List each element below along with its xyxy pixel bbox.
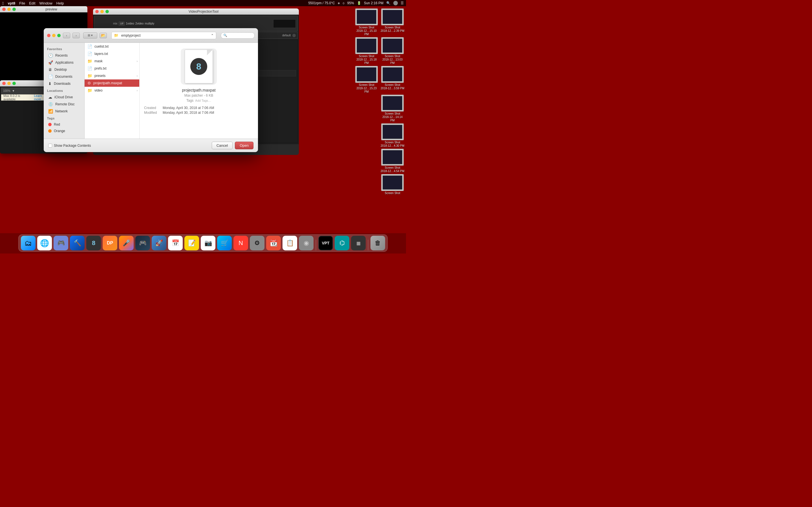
add-tags-link[interactable]: Add Tags… [195, 99, 211, 102]
dock-photos[interactable]: 📷 [201, 236, 215, 250]
sidebar-item-tag-red[interactable]: Red [45, 121, 83, 128]
file-item-mask[interactable]: 📁 mask › [85, 57, 139, 65]
location-text: emptyproject [121, 34, 141, 38]
dock-chrome[interactable]: 🌐 [37, 236, 52, 250]
desktop-icon-screenshot-1[interactable]: Screen Shot2018-12…15.10 PM [354, 8, 379, 36]
dock-steam[interactable]: 🎮 [135, 236, 150, 250]
dock-editor[interactable]: 📋 [283, 236, 297, 250]
sidebar-item-icloud[interactable]: ☁ iCloud Drive [45, 94, 83, 101]
sidebar-item-tag-orange[interactable]: Orange [45, 128, 83, 134]
dock-rocket[interactable]: 🚀 [152, 236, 166, 250]
tags-header: Tags [44, 115, 84, 121]
location-dropdown-icon[interactable]: ⌃ [211, 34, 214, 38]
dock-discord[interactable]: 🎮 [54, 236, 68, 250]
menu-edit[interactable]: Edit [29, 1, 35, 5]
desktop-icon-row-3: Screen Shot2018-12…14.14 PM [351, 95, 405, 122]
text-file-icon: 📄 [87, 44, 92, 49]
dock-compressor[interactable]: ◉ [299, 236, 313, 250]
sidebar-item-applications[interactable]: 🚀 Applications [45, 59, 83, 66]
open-button[interactable]: Open [235, 142, 253, 149]
apple-logo-icon[interactable]:  [2, 1, 4, 6]
user-avatar[interactable] [393, 1, 398, 5]
dock-calendar[interactable]: 📅 [168, 236, 183, 250]
modified-row: Modified Monday, April 30, 2018 at 7:06 … [144, 111, 253, 115]
sidebar-item-recents[interactable]: 🕐 Recents [45, 52, 83, 59]
maximize-btn-dialog[interactable] [57, 34, 61, 37]
search-icon[interactable]: 🔍 [386, 1, 391, 5]
file-item-video[interactable]: 📁 video › [85, 87, 139, 94]
minimize-btn-preview[interactable] [7, 8, 11, 11]
desktop-icon-screenshot-8[interactable]: Screen Shot2018-12…4.30 PM [380, 123, 405, 148]
minimize-btn-dialog[interactable] [52, 34, 56, 37]
dock-vpt[interactable]: VPT [318, 236, 333, 250]
maximize-button-vpt[interactable] [105, 10, 109, 13]
xcode-icon: 🔨 [73, 239, 81, 247]
maximize-btn-preview[interactable] [12, 8, 16, 11]
discord-icon: 🎮 [57, 239, 65, 247]
file-item-cuelist[interactable]: 📄 cuelist.txt [85, 43, 139, 50]
search-bar[interactable]: 🔍 [221, 33, 255, 39]
menu-app-name[interactable]: vpt8 [8, 1, 15, 5]
control-center-icon[interactable]: ☰ [401, 1, 404, 5]
minimize-button-vpt[interactable] [100, 10, 104, 13]
sidebar-item-downloads[interactable]: ⬇ Downloads [45, 80, 83, 87]
file-item-layers[interactable]: 📄 layers.txt [85, 50, 139, 57]
sidebar-item-desktop[interactable]: 🖥 Desktop [45, 66, 83, 73]
nav-forward-btn[interactable]: › [72, 33, 80, 38]
desktop-icon-screenshot-7[interactable]: Screen Shot2018-12…14.14 PM [380, 95, 405, 122]
desktop-icon-screenshot-9[interactable]: Screen Shot2018-12…4.54 PM [380, 149, 405, 173]
folder-icon-btn[interactable]: 📂 [100, 33, 107, 38]
created-value: Monday, April 30, 2018 at 7:06 AM [163, 106, 214, 110]
close-btn-vpt-small[interactable] [2, 82, 6, 85]
desktop-icon-screenshot-5[interactable]: Screen Shot2018-12…15.23 PM [354, 66, 379, 94]
maximize-btn-vpt-small[interactable] [12, 82, 16, 85]
red-tag-dot [48, 123, 52, 126]
finder-icon: 🗂 [24, 239, 32, 247]
network-label: Network [55, 109, 68, 113]
sidebar-item-remote-disc[interactable]: 💿 Remote Disc [45, 101, 83, 108]
dock-dp[interactable]: DP [103, 236, 117, 250]
dock-control[interactable]: ▦ [351, 236, 366, 250]
dock-stickies[interactable]: 📝 [185, 236, 199, 250]
downloads-label: Downloads [54, 82, 70, 86]
close-btn-preview[interactable] [2, 8, 6, 11]
dock-siri[interactable]: 🎤 [119, 236, 134, 250]
desktop-icon-row-4: Screen Shot2018-12…4.30 PM [351, 123, 405, 148]
text-file-icon-2: 📄 [87, 52, 92, 56]
desktop-icons-area: Screen Shot2018-12…15.10 PM Screen Shot2… [350, 7, 406, 196]
desktop-icon-screenshot-2[interactable]: Screen Shot2018-12…2.39 PM [380, 8, 405, 36]
view-toggle-btn[interactable]: ⊞ ▾ [83, 33, 97, 39]
sidebar-item-network[interactable]: 📶 Network [45, 108, 83, 115]
file-name-mask: mask [94, 59, 103, 63]
dock-finder[interactable]: 🗂 [21, 236, 36, 250]
nav-back-btn[interactable]: ‹ [63, 33, 70, 38]
file-item-prefs[interactable]: 📄 prefs.txt [85, 65, 139, 72]
dock-trash[interactable]: 🗑 [370, 236, 385, 250]
preview-info: Created Monday, April 30, 2018 at 7:06 A… [144, 106, 253, 115]
desktop-icon-screenshot-4[interactable]: Screen Shot2018-12…13.03 PM [380, 37, 405, 65]
dock-appstore[interactable]: 🛒 [217, 236, 232, 250]
dock-arduino[interactable]: ⌬ [335, 236, 349, 250]
desktop-icon-screenshot-6[interactable]: Screen Shot2018-12…3.59 PM [380, 66, 405, 94]
desktop-icon-screenshot-3[interactable]: Screen Shot2018-12…15.18 PM [354, 37, 379, 65]
menu-window[interactable]: Window [40, 1, 52, 5]
package-contents-checkbox[interactable] [48, 144, 52, 148]
dock-fantastical[interactable]: 📆 [266, 236, 281, 250]
close-button-vpt[interactable] [95, 10, 99, 13]
dock-max[interactable]: 8 [86, 236, 101, 250]
cancel-button[interactable]: Cancel [212, 142, 233, 149]
desktop-icon-screenshot-10[interactable]: Screen Shot [380, 174, 405, 195]
dock-news[interactable]: N [234, 236, 248, 250]
menu-file[interactable]: File [19, 1, 25, 5]
close-btn-dialog[interactable] [47, 34, 50, 37]
file-item-projectpath[interactable]: ⚙ projectpath.maxpat [85, 79, 139, 87]
dock-xcode[interactable]: 🔨 [70, 236, 85, 250]
sidebar-item-documents[interactable]: 📄 Documents [45, 73, 83, 80]
menu-help[interactable]: Help [56, 1, 64, 5]
off-toggle-1[interactable]: Off [119, 22, 125, 25]
search-icon: 🔍 [223, 34, 227, 37]
file-name-presets: presets [94, 74, 105, 78]
dock-system-prefs[interactable]: ⚙ [250, 236, 264, 250]
file-item-presets[interactable]: 📁 presets › [85, 72, 139, 79]
minimize-btn-vpt-small[interactable] [7, 82, 11, 85]
